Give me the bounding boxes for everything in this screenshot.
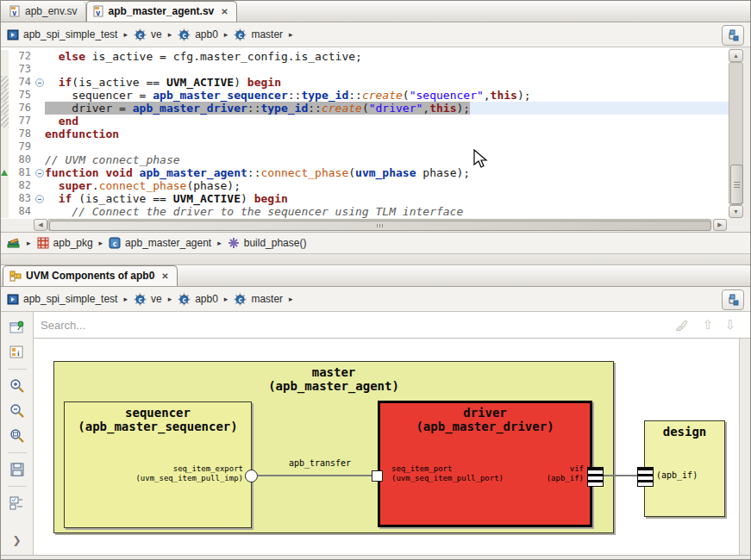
code-line-81[interactable]: 81function void apb_master_agent::connec… xyxy=(1,166,729,179)
code-line-77[interactable]: 77 end xyxy=(1,115,729,128)
code-line-74[interactable]: 74 if(is_active == UVM_ACTIVE) begin xyxy=(1,76,729,89)
line-number: 83 xyxy=(9,192,34,205)
sequencer-port-label: seq_item_export (uvm_seq_item_pull_imp) xyxy=(68,464,243,483)
save-button[interactable] xyxy=(8,461,27,478)
breadcrumb-item-apb0[interactable]: capb0 xyxy=(178,293,218,306)
sequencer-class-name: (apb_master_sequencer) xyxy=(65,420,251,433)
code-line-84[interactable]: 84 // Connect the driver to the sequence… xyxy=(1,205,729,218)
design-port-label: (apb_if) xyxy=(656,470,698,480)
annotation-column xyxy=(1,166,9,179)
show-properties-button[interactable]: i xyxy=(8,344,27,361)
breadcrumb-separator-icon: ▸ xyxy=(224,295,228,303)
code-line-text: function void apb_master_agent::connect_… xyxy=(45,166,729,179)
pin-view-button[interactable] xyxy=(8,319,27,336)
driver-instance-name: driver xyxy=(380,406,590,420)
breadcrumb-separator-icon: ▸ xyxy=(289,295,293,303)
editor-breadcrumb: apb_spi_simple_test▸cve▸capb0▸cmaster▸ xyxy=(1,22,750,47)
annotation-column xyxy=(1,205,9,218)
zoom-out-button[interactable] xyxy=(8,402,27,420)
code-editor[interactable]: 72 else is_active = cfg.master_config.is… xyxy=(1,47,729,219)
driver-vif-interface-port[interactable] xyxy=(587,467,604,487)
hierarchy-toggle-button[interactable] xyxy=(722,25,744,46)
code-line-72[interactable]: 72 else is_active = cfg.master_config.is… xyxy=(1,50,729,63)
seq-item-export-port[interactable] xyxy=(245,470,258,482)
breadcrumb-item-apb-spi-simple-test[interactable]: apb_spi_simple_test xyxy=(7,28,117,40)
more-tools-chevron-icon[interactable]: ❯ xyxy=(8,532,27,549)
close-icon[interactable]: ✕ xyxy=(221,7,228,16)
code-line-79[interactable]: 79 xyxy=(1,140,729,153)
editor-horizontal-scrollbar[interactable]: ◀ ▶ xyxy=(1,219,750,232)
tab-apb-master-agent-sv[interactable]: v apb_master_agent.sv ✕ xyxy=(86,1,237,22)
code-line-text: // UVM connect_phase xyxy=(45,153,729,166)
svg-text:v: v xyxy=(96,9,101,17)
fold-column xyxy=(34,63,45,76)
filter-options-button[interactable] xyxy=(8,495,27,512)
breadcrumb-item-ve[interactable]: cve xyxy=(134,293,162,306)
code-line-76[interactable]: 76 driver = apb_master_driver::type_id::… xyxy=(1,102,729,115)
breadcrumb-item-build-phase-[interactable]: build_phase() xyxy=(228,237,307,249)
code-line-text: end xyxy=(45,115,729,128)
fold-collapse-icon[interactable] xyxy=(35,195,44,203)
previous-match-arrow-up-icon[interactable]: ⇧ xyxy=(697,317,719,333)
code-line-73[interactable]: 73 xyxy=(1,63,729,76)
sash-divider[interactable] xyxy=(1,254,750,265)
seq-item-connection-wire[interactable] xyxy=(258,475,373,476)
zoom-in-button[interactable] xyxy=(8,377,27,395)
breadcrumb-separator-icon: ▸ xyxy=(217,239,222,247)
scrollbar-thumb[interactable] xyxy=(49,221,711,231)
uvm-diagram-canvas[interactable]: master (apb_master_agent) sequencer (apb… xyxy=(34,339,740,555)
breadcrumb-label: ve xyxy=(151,293,162,305)
scroll-up-icon[interactable]: ▲ xyxy=(729,49,743,62)
scroll-down-icon[interactable]: ▼ xyxy=(729,205,743,218)
clear-highlight-brush-icon[interactable] xyxy=(674,319,697,332)
breadcrumb-item-master[interactable]: cmaster xyxy=(234,293,283,306)
breadcrumb-item-apb-spi-simple-test[interactable]: apb_spi_simple_test xyxy=(7,293,117,305)
zoom-fit-button[interactable] xyxy=(8,427,27,445)
component-icon: c xyxy=(234,28,247,41)
fold-column xyxy=(34,166,45,179)
close-icon[interactable]: ✕ xyxy=(161,271,168,281)
code-line-83[interactable]: 83 if (is_active == UVM_ACTIVE) begin xyxy=(1,192,729,205)
component-icon: c xyxy=(178,293,191,306)
editor-vertical-scrollbar[interactable]: ▲ ▼ xyxy=(729,49,743,218)
svg-text:c: c xyxy=(138,296,142,303)
breadcrumb-item-master[interactable]: cmaster xyxy=(234,28,283,41)
breadcrumb-item-apb-pkg[interactable]: apb_pkg xyxy=(37,237,93,249)
fold-column xyxy=(34,140,45,153)
scroll-left-icon[interactable]: ◀ xyxy=(34,219,47,231)
design-box[interactable]: design xyxy=(644,420,725,517)
design-interface-port[interactable] xyxy=(637,467,654,487)
design-title: design xyxy=(645,425,724,439)
breadcrumb-separator-icon: ▸ xyxy=(123,30,128,39)
driver-right-port-label: vif (apb_if) xyxy=(447,464,584,483)
breadcrumb-item-apb-master-agent[interactable]: capb_master_agent xyxy=(109,237,211,249)
annotation-column xyxy=(1,50,9,63)
line-number: 82 xyxy=(9,179,34,192)
fold-column xyxy=(34,153,45,166)
tab-uvm-components[interactable]: UVM Components of apb0 ✕ xyxy=(3,265,178,286)
hierarchy-toggle-button[interactable] xyxy=(722,289,744,310)
search-input[interactable] xyxy=(34,319,674,332)
change-indicator xyxy=(1,89,9,102)
next-match-arrow-down-icon[interactable]: ⇩ xyxy=(719,317,742,333)
scroll-right-icon[interactable]: ▶ xyxy=(713,219,727,231)
code-line-78[interactable]: 78endfunction xyxy=(1,128,729,140)
scrollbar-thumb[interactable] xyxy=(730,165,743,204)
breadcrumb-item-ve[interactable]: cve xyxy=(134,28,162,41)
code-line-80[interactable]: 80// UVM connect_phase xyxy=(1,153,729,166)
code-line-75[interactable]: 75 sequencer = apb_master_sequencer::typ… xyxy=(1,89,729,102)
fold-collapse-icon[interactable] xyxy=(35,169,44,177)
breadcrumb-label: master xyxy=(251,28,283,40)
tab-apb-env-sv[interactable]: v apb_env.sv xyxy=(3,1,86,22)
line-number: 84 xyxy=(9,205,34,218)
fold-collapse-icon[interactable] xyxy=(35,78,44,87)
breadcrumb-item-library-icon[interactable] xyxy=(7,237,21,249)
breadcrumb-label: apb_spi_simple_test xyxy=(23,293,117,305)
line-number: 79 xyxy=(9,140,34,153)
seq-item-port[interactable] xyxy=(372,470,383,482)
breadcrumb-item-apb0[interactable]: capb0 xyxy=(178,28,218,41)
vif-connection-wire[interactable] xyxy=(602,475,638,476)
mouse-cursor-icon xyxy=(473,149,488,170)
diagram-toolbar: i ❯ xyxy=(1,312,34,559)
code-line-82[interactable]: 82 super.connect_phase(phase); xyxy=(1,179,729,192)
